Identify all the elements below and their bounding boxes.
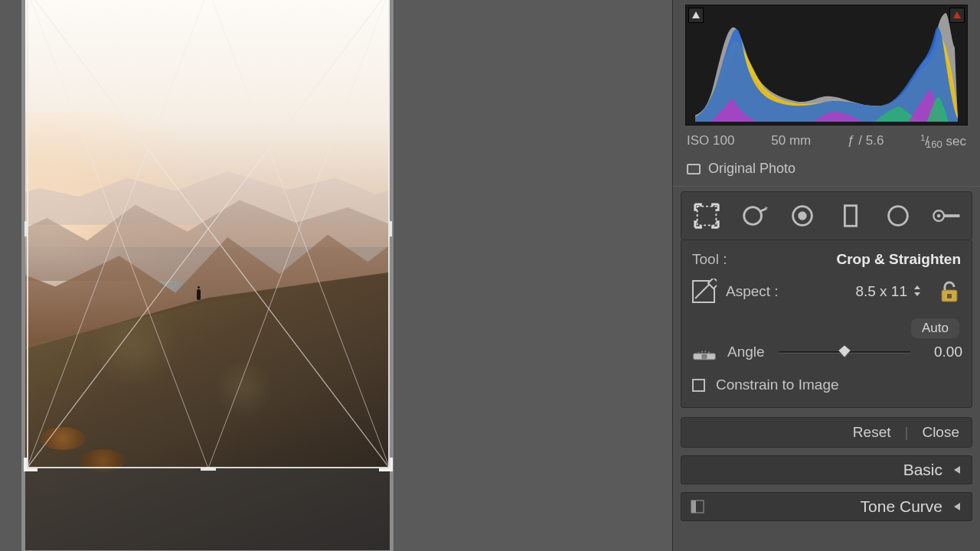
crop-panel: Tool : Crop & Straighten Aspect : 8.5 x …: [681, 240, 972, 408]
close-button[interactable]: Close: [922, 424, 959, 441]
crop-overlay[interactable]: [27, 0, 390, 468]
histogram-plot: [695, 11, 958, 122]
svg-rect-19: [708, 279, 717, 289]
section-basic[interactable]: Basic: [681, 455, 972, 484]
exif-row: ISO 100 50 mm ƒ / 5.6 1/160 sec: [673, 126, 980, 156]
footer-separator: |: [904, 424, 908, 441]
svg-rect-23: [947, 294, 952, 298]
constrain-checkbox[interactable]: [692, 379, 705, 392]
aspect-label: Aspect :: [726, 283, 779, 300]
section-tone-curve-label: Tone Curve: [861, 497, 942, 516]
tool-adjustment-brush[interactable]: [929, 198, 964, 233]
svg-marker-21: [914, 292, 920, 296]
crop-handle-br[interactable]: [379, 458, 393, 471]
svg-point-14: [889, 207, 908, 226]
crop-footer: Reset | Close: [681, 417, 972, 448]
tool-label: Tool :: [692, 251, 727, 268]
svg-rect-13: [844, 206, 856, 227]
chevron-left-icon: [952, 501, 962, 512]
tool-radial-filter[interactable]: [880, 198, 916, 233]
svg-rect-25: [701, 354, 707, 359]
angle-auto-button[interactable]: Auto: [911, 318, 959, 338]
svg-point-9: [743, 207, 761, 225]
svg-point-12: [798, 211, 806, 220]
exif-shutter: 1/160 sec: [920, 133, 966, 150]
chevron-updown-icon: [913, 283, 921, 300]
crop-frame-icon[interactable]: [691, 279, 717, 305]
svg-marker-30: [954, 503, 960, 510]
svg-rect-8: [697, 207, 717, 226]
svg-marker-27: [954, 466, 960, 474]
svg-marker-26: [838, 345, 851, 357]
aspect-dropdown[interactable]: 8.5 x 11: [855, 283, 921, 300]
original-photo-label: Original Photo: [708, 161, 795, 177]
original-photo-checkbox[interactable]: [687, 164, 701, 174]
aspect-value: 8.5 x 11: [855, 283, 907, 300]
svg-rect-29: [691, 500, 696, 513]
exif-aperture: ƒ / 5.6: [848, 133, 884, 150]
tool-crop[interactable]: [689, 198, 724, 233]
histogram[interactable]: [685, 5, 968, 126]
crop-handle-left[interactable]: [24, 221, 28, 236]
svg-point-16: [937, 214, 941, 218]
photo-frame: [21, 0, 394, 551]
angle-value[interactable]: 0.00: [924, 344, 962, 360]
panel-switch-icon[interactable]: [691, 500, 704, 514]
chevron-left-icon: [952, 465, 962, 475]
tool-strip: [681, 191, 972, 240]
straighten-icon[interactable]: [691, 341, 718, 363]
angle-slider[interactable]: [779, 343, 910, 361]
crop-handle-right[interactable]: [389, 221, 392, 236]
crop-handle-bottom[interactable]: [201, 468, 216, 471]
develop-panel: ISO 100 50 mm ƒ / 5.6 1/160 sec Original…: [672, 0, 980, 551]
exif-focal: 50 mm: [771, 133, 811, 150]
svg-marker-20: [914, 285, 920, 289]
exif-iso: ISO 100: [687, 133, 734, 150]
aspect-lock-icon[interactable]: [936, 279, 962, 305]
section-tone-curve[interactable]: Tone Curve: [681, 492, 972, 521]
tool-redeye[interactable]: [785, 198, 820, 233]
crop-mask-bottom: [25, 468, 390, 550]
crop-handle-bl[interactable]: [24, 458, 38, 471]
tool-graduated-filter[interactable]: [833, 198, 868, 233]
constrain-label: Constrain to Image: [716, 377, 839, 393]
section-basic-label: Basic: [903, 461, 942, 479]
tool-spot-removal[interactable]: [737, 198, 773, 233]
slider-thumb-icon[interactable]: [838, 345, 851, 357]
reset-button[interactable]: Reset: [853, 424, 891, 441]
angle-label: Angle: [727, 344, 765, 360]
canvas-area: [0, 0, 672, 551]
tool-name: Crop & Straighten: [836, 251, 961, 268]
